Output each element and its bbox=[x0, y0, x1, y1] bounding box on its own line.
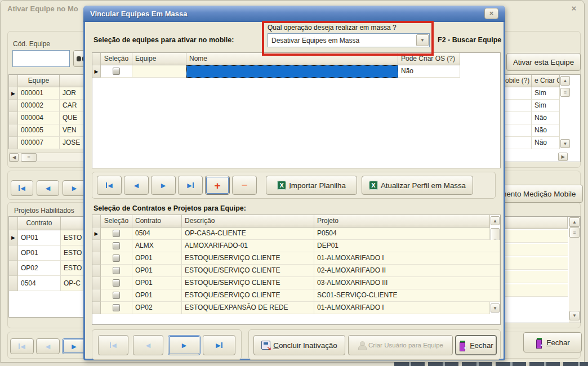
remove-row-button[interactable]: − bbox=[232, 176, 257, 195]
mobile-grid: obile (?) e Criar O ▲ Sim≡ Sim Não Não N… bbox=[502, 74, 581, 162]
scroll-down-icon[interactable]: ▼ bbox=[560, 139, 570, 148]
nav-prev-button[interactable]: ◀ bbox=[124, 176, 149, 195]
scroll-right-icon[interactable]: ▶ bbox=[558, 153, 568, 161]
nav-first-button[interactable]: ◀ bbox=[97, 176, 122, 195]
scroll-up-icon[interactable]: ▲ bbox=[491, 216, 500, 225]
col-selecao[interactable]: Seleção bbox=[101, 53, 132, 65]
col-nome[interactable]: Nome bbox=[186, 53, 398, 65]
equipes-toolbar: ◀ ◀ ▶ ▶ + − X Importar Planilha X Atuali… bbox=[92, 172, 496, 199]
criar-usuario-button[interactable]: Criar Usuário para Equipe bbox=[348, 335, 453, 355]
table-row[interactable]: ▶ 0504 OP-CASA-CLIENTE P0504 ≡ bbox=[92, 227, 500, 240]
nav-first-button-bg2[interactable]: ◀ bbox=[10, 338, 34, 354]
exit-door-icon: ◂ bbox=[535, 338, 544, 347]
medicao-mobile-button[interactable]: nento Medição Mobile bbox=[501, 185, 583, 203]
row-checkbox[interactable] bbox=[101, 265, 132, 277]
fechar-button[interactable]: ◂ Fechar bbox=[455, 335, 497, 355]
row-checkbox[interactable] bbox=[101, 289, 132, 302]
row-checkbox[interactable] bbox=[101, 65, 132, 78]
contrato-grid-header[interactable]: Contrato bbox=[18, 217, 61, 230]
row-indicator-icon: ▶ bbox=[9, 87, 18, 100]
nav-first-button2[interactable]: ◀ bbox=[98, 335, 128, 355]
cod-equipe-input[interactable] bbox=[12, 50, 70, 67]
equipes-grid: Seleção Equipe Nome Pode Criar OS (?) ▶ … bbox=[92, 52, 501, 168]
importar-planilha-button[interactable]: X Importar Planilha bbox=[266, 176, 357, 195]
projetos-vscrollbar-bg[interactable]: ▲ ≡ ▼ bbox=[569, 217, 580, 323]
col-contrato[interactable]: Contrato bbox=[132, 215, 182, 227]
scroll-left-icon[interactable]: ◀ bbox=[10, 153, 19, 162]
table-row[interactable]: ▶ Não bbox=[92, 65, 500, 78]
scroll-down-icon[interactable]: ▼ bbox=[569, 311, 580, 320]
table-row[interactable]: ALMX ALMOXARIFADO-01 DEP01 bbox=[92, 240, 500, 252]
concluir-inativacao-button[interactable]: Concluir Inativação bbox=[253, 335, 345, 355]
chevron-down-icon[interactable]: ▼ bbox=[416, 34, 429, 46]
checkbox-icon bbox=[113, 304, 120, 311]
row-checkbox[interactable] bbox=[101, 252, 132, 265]
mobile-col-header[interactable]: obile (?) bbox=[502, 75, 532, 87]
checkbox-icon bbox=[113, 255, 120, 262]
criar-col-header[interactable]: e Criar O bbox=[532, 75, 560, 87]
nav-prev-button2[interactable]: ◀ bbox=[133, 335, 163, 355]
background-window-title: Ativar Equipe no Mo bbox=[7, 5, 78, 13]
nav-next-button[interactable]: ▶ bbox=[151, 176, 176, 195]
scrollbar-thumb[interactable]: ≡ bbox=[560, 88, 570, 97]
row-checkbox[interactable] bbox=[101, 302, 132, 314]
nav-next-button-bg[interactable]: ▶ bbox=[63, 180, 86, 196]
table-row[interactable]: OP01 ESTOQUE/SERVIÇO CLIENTE 03-ALMOXARI… bbox=[92, 277, 500, 289]
excel-icon: X bbox=[277, 181, 286, 190]
scrollbar-thumb[interactable]: ≡ bbox=[21, 153, 37, 162]
checkbox-icon bbox=[113, 230, 120, 237]
col-descricao[interactable]: Descrição bbox=[182, 215, 314, 227]
save-icon bbox=[261, 341, 270, 350]
table-row[interactable]: OP02 ESTOQUE/EXPANSÃO DE REDE 01-ALMOXAR… bbox=[92, 302, 500, 314]
nav-next-button-bg2[interactable]: ▶ bbox=[62, 338, 86, 354]
nav-last-button[interactable]: ▶ bbox=[178, 176, 203, 195]
dialog-titlebar[interactable]: Vincular Equipes Em Massa × bbox=[83, 6, 505, 22]
nav-first-button-bg[interactable]: ◀ bbox=[11, 180, 33, 196]
scroll-up-icon[interactable]: ▲ bbox=[569, 217, 580, 227]
scroll-up-icon[interactable]: ▲ bbox=[560, 76, 570, 86]
projetos-habilitados-label: Projetos Habilitados bbox=[14, 207, 74, 215]
selecao-equipes-label: Seleção de equipes para ativar no mobile… bbox=[93, 36, 234, 44]
f2-buscar-equipe-label: F2 - Buscar Equipe bbox=[438, 36, 501, 44]
checkbox-icon bbox=[113, 68, 120, 75]
projetos-grid-bg: ▲ ≡ ▼ bbox=[502, 216, 581, 323]
background-taskbar-strip bbox=[394, 362, 588, 366]
col-projeto[interactable]: Projeto bbox=[314, 215, 490, 227]
user-icon bbox=[358, 341, 366, 349]
operation-question-label: Qual operação deseja realizar em massa ? bbox=[268, 24, 397, 32]
exit-door-icon: ◂ bbox=[458, 341, 467, 350]
excel-icon: X bbox=[369, 181, 378, 190]
col-pode-criar[interactable]: Pode Criar OS (?) bbox=[398, 53, 460, 65]
contratos-grid: Seleção Contrato Descrição Projeto ▲ ▶ 0… bbox=[92, 215, 501, 325]
row-checkbox[interactable] bbox=[101, 277, 132, 289]
add-row-button[interactable]: + bbox=[205, 176, 230, 195]
scrollbar-thumb[interactable]: ≡ bbox=[569, 227, 580, 238]
ativar-esta-equipe-button[interactable]: Ativar esta Equipe bbox=[506, 53, 581, 71]
row-checkbox[interactable] bbox=[101, 227, 132, 240]
plus-icon: + bbox=[214, 180, 220, 191]
atualizar-perfil-button[interactable]: X Atualizar Perfil em Massa bbox=[362, 176, 473, 195]
dialog-actions-panel: Concluir Inativação Criar Usuário para E… bbox=[248, 329, 501, 360]
dialog-title: Vincular Equipes Em Massa bbox=[90, 10, 187, 18]
background-close-icon[interactable]: × bbox=[568, 3, 580, 14]
equipe-grid-header[interactable]: Equipe bbox=[18, 75, 60, 87]
nav-prev-button-bg2[interactable]: ◀ bbox=[36, 338, 60, 354]
selecao-contratos-label: Seleção de Contratos e Projetos para Equ… bbox=[93, 204, 246, 212]
table-row[interactable]: OP01 ESTOQUE/SERVIÇO CLIENTE 02-ALMOXARI… bbox=[92, 265, 500, 277]
operation-combobox-value: Desativar Equipes em Massa bbox=[268, 37, 416, 44]
operation-combobox[interactable]: Desativar Equipes em Massa ▼ bbox=[268, 33, 430, 47]
col-selecao[interactable]: Seleção bbox=[101, 215, 132, 227]
nav-next-button2[interactable]: ▶ bbox=[168, 335, 201, 355]
table-row[interactable]: OP01 ESTOQUE/SERVIÇO CLIENTE SC01-SERVIÇ… bbox=[92, 289, 500, 302]
col-equipe[interactable]: Equipe bbox=[132, 53, 186, 65]
vincular-equipes-dialog: Vincular Equipes Em Massa × Qual operaçã… bbox=[83, 6, 505, 360]
scroll-down-icon[interactable]: ▼ bbox=[491, 303, 500, 313]
table-row[interactable]: OP01 ESTOQUE/SERVIÇO CLIENTE 01-ALMOXARI… bbox=[92, 252, 500, 265]
dialog-close-icon[interactable]: × bbox=[484, 8, 498, 19]
nav-last-button2[interactable]: ▶ bbox=[203, 335, 235, 355]
equipe-grid-hscrollbar[interactable]: ◀ ≡ bbox=[9, 153, 84, 162]
nav-prev-button-bg[interactable]: ◀ bbox=[37, 180, 59, 196]
fechar-button-bg[interactable]: ◂ Fechar bbox=[523, 332, 582, 352]
selected-cell[interactable] bbox=[186, 65, 398, 78]
row-checkbox[interactable] bbox=[101, 240, 132, 252]
